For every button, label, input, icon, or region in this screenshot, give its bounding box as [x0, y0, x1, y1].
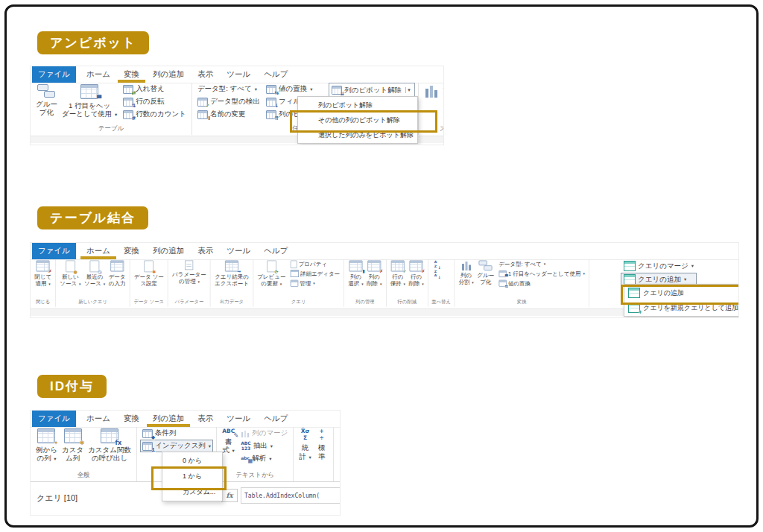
- column-from-examples-icon: [37, 428, 55, 443]
- formula-bar[interactable]: Table.AddIndexColumn(: [241, 487, 341, 504]
- menu-item-from-1[interactable]: 1 から: [163, 469, 221, 484]
- button-label: データ型: すべて: [197, 84, 252, 94]
- btn-reverse-rows[interactable]: 行の反転: [121, 95, 189, 108]
- btn-format[interactable]: ABC書 式 ▾: [220, 427, 237, 454]
- btn-remove-columns[interactable]: 列の 削除 ▾: [365, 259, 384, 287]
- menu-item-unpivot-other-columns[interactable]: その他の列のピボット解除: [299, 113, 417, 127]
- btn-group-by[interactable]: グルー プ化: [34, 83, 60, 118]
- btn-group-by[interactable]: グルー プ化: [475, 259, 496, 285]
- menu-item-custom[interactable]: カスタム...: [163, 484, 221, 500]
- tab-add-column[interactable]: 列の追加: [146, 243, 191, 259]
- btn-replace-values[interactable]: 値の置換: [497, 279, 586, 288]
- tab-view[interactable]: 表示: [191, 243, 220, 259]
- menu-item-unpivot-columns[interactable]: 列のピボット解除: [299, 98, 417, 113]
- btn-extract[interactable]: ABC 123抽出▾: [238, 440, 290, 452]
- button-label: データ の入力: [109, 273, 126, 287]
- btn-unpivot-columns[interactable]: 列のピボット解除▾: [329, 83, 415, 98]
- btn-data-type[interactable]: データ型: すべて▾: [497, 259, 586, 269]
- btn-split-column[interactable]: [422, 83, 441, 98]
- refresh-preview-icon: [267, 261, 276, 273]
- tab-home[interactable]: ホーム: [80, 66, 117, 83]
- btn-sort-descending[interactable]: Z A: [431, 269, 443, 279]
- tab-home[interactable]: ホーム: [80, 411, 117, 427]
- btn-manage-parameters[interactable]: パラメーター の管理 ▾: [171, 259, 208, 285]
- new-source-icon: [66, 261, 75, 273]
- tab-tools[interactable]: ツール: [220, 66, 257, 83]
- advanced-editor-icon: [290, 270, 298, 277]
- btn-sort-ascending[interactable]: A Z: [431, 259, 443, 269]
- btn-new-source[interactable]: 新しい ソース ▾: [58, 259, 83, 288]
- transpose-icon: [123, 85, 133, 94]
- group-label: テーブル: [34, 124, 189, 135]
- tab-file[interactable]: ファイル: [32, 66, 76, 83]
- menu-item-from-0[interactable]: 0 から: [163, 453, 221, 469]
- manage-icon: [290, 279, 298, 286]
- menu-item-label: 1 から: [183, 472, 202, 481]
- recent-source-icon: [90, 261, 100, 273]
- btn-export-query-results[interactable]: クエリ結果の エクスポート: [213, 259, 250, 287]
- tab-add-column[interactable]: 列の追加: [146, 411, 191, 427]
- fx-button[interactable]: fx: [221, 489, 238, 502]
- btn-standard[interactable]: + ÷標 準: [314, 427, 330, 460]
- btn-rename[interactable]: 名前の変更: [195, 108, 262, 121]
- rename-icon: [197, 110, 208, 119]
- btn-advanced-editor[interactable]: 詳細エディター: [288, 269, 341, 279]
- tab-add-column[interactable]: 列の追加: [146, 66, 191, 83]
- group-label: 行の削減: [388, 299, 425, 307]
- group-label: パラメーター: [171, 299, 208, 307]
- btn-column-from-examples[interactable]: 例から の列 ▾: [34, 427, 60, 463]
- btn-custom-column[interactable]: カスタ ム列: [60, 427, 86, 463]
- btn-transpose[interactable]: 入れ替え: [121, 83, 189, 95]
- tab-home[interactable]: ホーム: [80, 243, 117, 259]
- tab-tools[interactable]: ツール: [220, 411, 257, 427]
- btn-remove-rows[interactable]: 行の 削除 ▾: [407, 259, 425, 287]
- tab-help[interactable]: ヘルプ: [257, 411, 294, 427]
- btn-statistics[interactable]: X̄σ Σ統 計 ▾: [297, 427, 313, 460]
- btn-conditional-column[interactable]: 条件列: [140, 427, 213, 440]
- btn-close-and-apply[interactable]: 閉じて 適用 ▾: [33, 259, 53, 287]
- btn-refresh-preview[interactable]: プレビュー の更新 ▾: [256, 259, 288, 288]
- section-badge-unpivot: アンピボット: [37, 31, 149, 54]
- ribbon-unpivot: ファイルホーム変換列の追加表示ツールヘルプ グルー プ化1 行目をヘッ ダーとし…: [30, 66, 444, 145]
- group-output-data: クエリ結果の エクスポート出力データ: [211, 259, 253, 307]
- btn-replace-values[interactable]: 値の置換▾: [264, 83, 324, 95]
- button-label: 列の 分割 ▾: [459, 272, 474, 285]
- btn-data-source-settings[interactable]: データ ソー ス設定: [132, 259, 165, 288]
- btn-use-first-row-as-headers[interactable]: 1 行目をヘッダーとして使用▾: [497, 269, 586, 279]
- tab-transform[interactable]: 変換: [117, 411, 146, 427]
- tab-help[interactable]: ヘルプ: [257, 243, 294, 259]
- group-label: テキストから: [220, 470, 290, 481]
- btn-count-rows[interactable]: 行数のカウント: [121, 108, 189, 121]
- tab-file[interactable]: ファイル: [32, 411, 76, 427]
- tab-help[interactable]: ヘルプ: [257, 66, 294, 83]
- tab-transform[interactable]: 変換: [117, 243, 146, 259]
- btn-invoke-custom-function[interactable]: カスタム関数 の呼び出し: [86, 427, 133, 463]
- menu-item-label: 選択した列のみをピボット解除: [318, 130, 414, 140]
- btn-detect-data-type[interactable]: データ型の検出: [195, 95, 262, 108]
- btn-index-column[interactable]: インデックス列▾: [140, 440, 213, 452]
- menu-item-append-queries[interactable]: クエリの追加: [625, 285, 739, 300]
- btn-format[interactable]: ABC: [441, 83, 444, 98]
- dropdown-caret-icon[interactable]: ▾: [405, 87, 412, 93]
- tab-transform[interactable]: 変換: [117, 66, 146, 83]
- btn-manage[interactable]: 管理▾: [288, 279, 341, 288]
- menu-item-unpivot-selected-only[interactable]: 選択した列のみをピボット解除: [299, 127, 417, 142]
- btn-enter-data[interactable]: データ の入力: [107, 259, 127, 288]
- menu-item-append-queries-as-new[interactable]: クエリを新規クエリとして追加: [625, 300, 739, 315]
- btn-keep-rows[interactable]: 行の 保持 ▾: [388, 259, 407, 287]
- caret-icon: ▾: [79, 282, 80, 286]
- btn-merge-queries[interactable]: クエリのマージ▾: [621, 259, 697, 273]
- tab-view[interactable]: 表示: [191, 411, 220, 427]
- btn-data-type[interactable]: データ型: すべて▾: [195, 83, 262, 95]
- tab-view[interactable]: 表示: [191, 66, 220, 83]
- btn-recent-sources[interactable]: 最近の ソース ▾: [83, 259, 107, 288]
- tab-file[interactable]: ファイル: [32, 243, 76, 259]
- btn-parse[interactable]: abc解析▾: [238, 452, 290, 465]
- btn-use-first-row-as-headers[interactable]: 1 行目をヘッ ダーとして使用 ▾: [60, 83, 119, 118]
- btn-choose-columns[interactable]: 列の 選択 ▾: [346, 259, 365, 287]
- split-column-icon: [424, 84, 439, 98]
- btn-split-column[interactable]: 列の 分割 ▾: [457, 259, 475, 285]
- tab-tools[interactable]: ツール: [220, 243, 257, 259]
- btn-properties[interactable]: プロパティ: [288, 259, 341, 269]
- choose-columns-icon: [349, 261, 362, 272]
